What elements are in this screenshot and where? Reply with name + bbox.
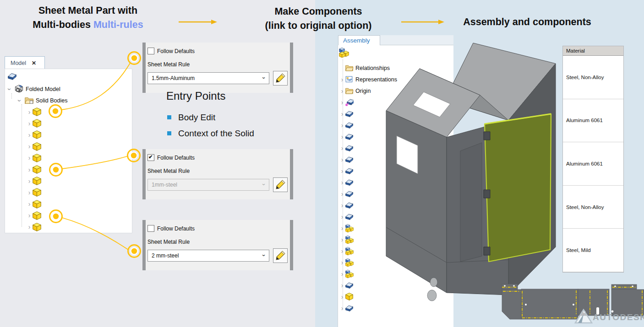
material-column-header[interactable]: Material <box>563 46 623 56</box>
assembly-tree-item[interactable] <box>339 177 397 188</box>
assembly-tree-item[interactable] <box>339 211 397 222</box>
chevron-down-icon[interactable] <box>17 98 22 103</box>
assembly-tree-item[interactable] <box>339 234 397 245</box>
material-row[interactable]: Steel, Non-Alloy <box>563 56 623 99</box>
assembly-tree-item[interactable] <box>339 165 397 177</box>
tree-item-icon <box>345 132 354 141</box>
assembly-tree-item[interactable] <box>339 257 397 268</box>
follow-defaults-checkbox[interactable]: Follow Defaults <box>147 154 195 161</box>
assembly-tree-item[interactable]: Relationships <box>339 62 397 74</box>
chevron-right-icon[interactable] <box>339 168 345 174</box>
chevron-down-icon[interactable] <box>7 86 12 92</box>
edit-rule-button[interactable] <box>273 248 288 263</box>
solid-body-row[interactable] <box>27 118 42 129</box>
chevron-right-icon[interactable] <box>27 213 32 218</box>
material-row[interactable]: Steel, Non-Alloy <box>563 186 623 229</box>
chevron-right-icon[interactable] <box>339 100 345 105</box>
chevron-right-icon[interactable] <box>339 88 345 94</box>
chevron-right-icon[interactable] <box>27 178 32 184</box>
follow-defaults-checkbox[interactable]: Follow Defaults <box>147 48 195 54</box>
tree-node-folded-model[interactable]: Folded Model <box>7 84 60 94</box>
dropdown-chevron-icon[interactable] <box>263 181 265 188</box>
solid-body-row[interactable] <box>27 164 42 175</box>
assembly-tree-item[interactable] <box>339 302 397 314</box>
assembly-tree-item[interactable] <box>339 96 397 108</box>
assembly-tree-item[interactable] <box>339 291 397 302</box>
assembly-tree-item[interactable] <box>339 245 397 257</box>
assembly-tree-item[interactable] <box>339 154 397 165</box>
chevron-right-icon[interactable] <box>27 155 32 161</box>
chevron-right-icon[interactable] <box>339 306 345 311</box>
sheet-metal-part-icon <box>7 71 17 81</box>
chevron-right-icon[interactable] <box>339 77 345 82</box>
solid-body-row[interactable] <box>27 221 42 233</box>
assembly-tree-item[interactable] <box>339 188 397 199</box>
chevron-right-icon[interactable] <box>339 225 345 231</box>
solid-body-row[interactable] <box>27 198 42 210</box>
chevron-right-icon[interactable] <box>339 260 345 265</box>
checkbox-icon[interactable] <box>147 154 154 161</box>
close-icon[interactable]: ✕ <box>32 60 36 66</box>
solid-body-row[interactable] <box>27 152 42 164</box>
solid-body-row[interactable] <box>27 141 42 152</box>
checkbox-icon[interactable] <box>147 225 154 232</box>
sheet-metal-rule-dropdown[interactable]: 2 mm-steel <box>147 250 269 262</box>
chevron-right-icon[interactable] <box>339 180 345 185</box>
edit-rule-button[interactable] <box>273 71 288 86</box>
chevron-right-icon[interactable] <box>27 121 32 126</box>
dropdown-chevron-icon[interactable] <box>263 252 265 259</box>
solid-body-icon <box>32 199 42 209</box>
assembly-tree-item[interactable] <box>339 108 397 119</box>
assembly-tab[interactable]: Assembly <box>338 35 380 45</box>
material-row[interactable]: Aluminum 6061 <box>563 99 623 143</box>
chevron-right-icon[interactable] <box>27 224 32 230</box>
chevron-right-icon[interactable] <box>27 144 32 149</box>
assembly-tree-item[interactable] <box>339 268 397 279</box>
solid-body-row[interactable] <box>27 106 42 118</box>
checkbox-icon[interactable] <box>147 48 154 54</box>
tree-node-solid-bodies[interactable]: Solid Bodies <box>17 96 68 105</box>
solid-body-row[interactable] <box>27 129 42 140</box>
chevron-right-icon[interactable] <box>339 271 345 277</box>
tree-item-icon <box>345 212 354 221</box>
assembly-tree-item[interactable] <box>339 199 397 211</box>
solid-body-row[interactable] <box>27 210 42 221</box>
sheet-metal-rule-dropdown[interactable]: 1.5mm-Aluminum <box>147 72 269 84</box>
chevron-right-icon[interactable] <box>27 201 32 207</box>
assembly-tree-item[interactable] <box>339 119 397 131</box>
material-row[interactable]: Aluminum 6061 <box>563 142 623 186</box>
assembly-tree-item[interactable] <box>339 279 397 291</box>
model-tab[interactable]: Model ✕ <box>5 56 45 69</box>
edit-rule-button[interactable] <box>273 177 288 192</box>
assembly-tree-item[interactable]: Representations <box>339 74 397 85</box>
assembly-tree-item[interactable]: Origin <box>339 85 397 96</box>
chevron-right-icon[interactable] <box>339 157 345 162</box>
chevron-right-icon[interactable] <box>339 214 345 220</box>
assembly-tree-item[interactable] <box>339 142 397 154</box>
tree-item-icon <box>345 304 354 312</box>
chevron-right-icon[interactable] <box>339 237 345 242</box>
chevron-right-icon[interactable] <box>339 191 345 197</box>
assembly-root-icon[interactable] <box>338 47 349 58</box>
material-row[interactable]: Steel, Mild <box>563 229 623 272</box>
solid-body-row[interactable] <box>27 187 42 198</box>
chevron-right-icon[interactable] <box>339 123 345 128</box>
assembly-tree-item[interactable] <box>339 222 397 234</box>
tree-node-label: Solid Bodies <box>36 97 68 104</box>
chevron-right-icon[interactable] <box>339 145 345 151</box>
sheet-metal-rule-dropdown[interactable]: 1mm-steel <box>147 179 269 191</box>
chevron-right-icon[interactable] <box>339 283 345 288</box>
chevron-right-icon[interactable] <box>27 167 32 172</box>
assembly-tree-item[interactable] <box>339 131 397 142</box>
chevron-right-icon[interactable] <box>27 132 32 138</box>
chevron-right-icon[interactable] <box>339 111 345 117</box>
chevron-right-icon[interactable] <box>339 248 345 254</box>
chevron-right-icon[interactable] <box>27 190 32 195</box>
dropdown-chevron-icon[interactable] <box>263 75 265 81</box>
solid-body-row[interactable] <box>27 175 42 187</box>
chevron-right-icon[interactable] <box>27 109 32 115</box>
chevron-right-icon[interactable] <box>339 134 345 139</box>
chevron-right-icon[interactable] <box>339 294 345 300</box>
chevron-right-icon[interactable] <box>339 203 345 208</box>
follow-defaults-checkbox[interactable]: Follow Defaults <box>147 225 195 232</box>
